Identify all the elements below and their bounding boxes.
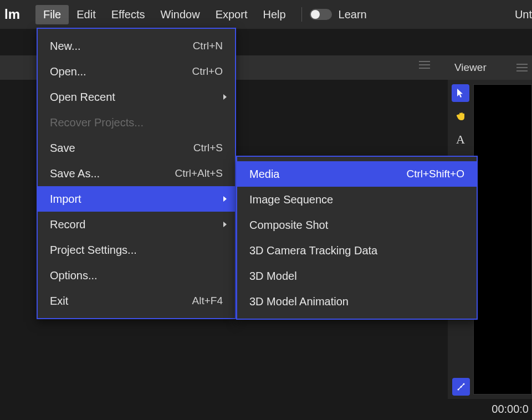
submenu-media-shortcut: Ctrl+Shift+O	[406, 168, 464, 180]
import-submenu: Media Ctrl+Shift+O Image Sequence Compos…	[236, 156, 478, 320]
menu-open-recent[interactable]: Open Recent	[38, 84, 235, 110]
ripple-icon	[456, 381, 467, 392]
viewer-tab[interactable]: Viewer	[448, 55, 532, 80]
cursor-icon	[456, 88, 465, 98]
text-icon: A	[456, 132, 465, 147]
chevron-right-icon	[223, 196, 227, 202]
menu-options[interactable]: Options...	[38, 263, 235, 288]
submenu-image-sequence-label: Image Sequence	[249, 193, 333, 206]
submenu-composite-shot-label: Composite Shot	[249, 219, 328, 232]
menu-save-as[interactable]: Save As... Ctrl+Alt+S	[38, 161, 235, 186]
menu-save-shortcut: Ctrl+S	[193, 142, 223, 154]
menu-new[interactable]: New... Ctrl+N	[38, 33, 235, 59]
menu-import-label: Import	[50, 193, 81, 206]
menu-save-label: Save	[50, 142, 75, 155]
menu-project-settings[interactable]: Project Settings...	[38, 237, 235, 263]
menu-record-label: Record	[50, 218, 85, 231]
top-menu-bar: lm File Edit Effects Window Export Help …	[0, 0, 532, 29]
menu-save-as-shortcut: Ctrl+Alt+S	[175, 167, 223, 180]
menu-export[interactable]: Export	[208, 5, 255, 24]
chevron-right-icon	[223, 94, 227, 100]
menu-effects[interactable]: Effects	[104, 5, 153, 24]
menu-import[interactable]: Import	[38, 186, 235, 212]
menu-file[interactable]: File	[35, 5, 69, 24]
submenu-media-label: Media	[249, 168, 279, 181]
submenu-3d-model-animation[interactable]: 3D Model Animation	[237, 289, 477, 314]
divider	[301, 7, 302, 22]
viewer-menu-icon[interactable]	[516, 64, 528, 71]
app-logo: lm	[4, 7, 20, 22]
select-tool[interactable]	[452, 84, 469, 102]
learn-toggle[interactable]	[310, 9, 332, 20]
menu-options-label: Options...	[50, 269, 98, 282]
submenu-camera-tracking[interactable]: 3D Camera Tracking Data	[237, 238, 477, 263]
viewer-viewport[interactable]	[473, 84, 532, 395]
menu-exit[interactable]: Exit Alt+F4	[38, 288, 235, 314]
menu-save-as-label: Save As...	[50, 167, 100, 180]
submenu-camera-tracking-label: 3D Camera Tracking Data	[249, 244, 377, 257]
viewer-label: Viewer	[454, 62, 487, 74]
submenu-3d-model-label: 3D Model	[249, 270, 297, 283]
panel-menu-icon[interactable]	[419, 61, 430, 69]
menu-window[interactable]: Window	[153, 5, 208, 24]
menu-open-label: Open...	[50, 65, 86, 78]
menu-project-settings-label: Project Settings...	[50, 244, 137, 257]
menu-help[interactable]: Help	[255, 5, 293, 24]
menu-recover-label: Recover Projects...	[50, 116, 144, 129]
timecode: 00:00:0	[492, 403, 529, 416]
menu-exit-shortcut: Alt+F4	[192, 295, 223, 307]
menu-strip: File Edit Effects Window Export Help Lea…	[35, 5, 367, 24]
menu-new-shortcut: Ctrl+N	[193, 40, 223, 52]
menu-new-label: New...	[50, 40, 81, 53]
menu-save[interactable]: Save Ctrl+S	[38, 135, 235, 161]
chevron-right-icon	[223, 221, 227, 228]
menu-recover-projects: Recover Projects...	[38, 110, 235, 135]
menu-open[interactable]: Open... Ctrl+O	[38, 59, 235, 84]
menu-record[interactable]: Record	[38, 212, 235, 237]
submenu-3d-model[interactable]: 3D Model	[237, 263, 477, 289]
submenu-image-sequence[interactable]: Image Sequence	[237, 187, 477, 212]
learn-label: Learn	[339, 8, 367, 21]
toggle-knob	[311, 10, 320, 19]
submenu-composite-shot[interactable]: Composite Shot	[237, 212, 477, 238]
menu-edit[interactable]: Edit	[69, 5, 103, 24]
menu-open-recent-label: Open Recent	[50, 91, 115, 104]
submenu-3d-model-animation-label: 3D Model Animation	[249, 295, 349, 308]
document-title: Unt	[515, 8, 532, 21]
text-tool[interactable]: A	[452, 131, 469, 148]
menu-exit-label: Exit	[50, 295, 68, 308]
hand-tool[interactable]	[452, 107, 469, 125]
file-dropdown: New... Ctrl+N Open... Ctrl+O Open Recent…	[37, 28, 236, 319]
ripple-tool[interactable]	[452, 378, 470, 396]
submenu-media[interactable]: Media Ctrl+Shift+O	[237, 161, 477, 187]
hand-icon	[455, 111, 466, 122]
menu-open-shortcut: Ctrl+O	[192, 65, 223, 78]
svg-line-4	[458, 384, 464, 390]
